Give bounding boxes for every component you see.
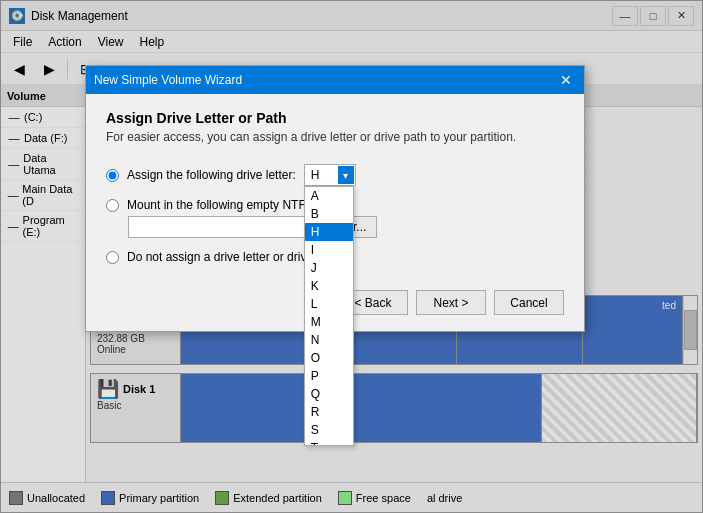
- cancel-button[interactable]: Cancel: [494, 290, 564, 315]
- close-button[interactable]: ✕: [668, 6, 694, 26]
- window-title: Disk Management: [31, 9, 612, 23]
- disk-1-label: 💾 Disk 1 Basic: [91, 374, 181, 442]
- label-assign-letter[interactable]: Assign the following drive letter:: [127, 168, 296, 182]
- maximize-button[interactable]: □: [640, 6, 666, 26]
- volume-item-c[interactable]: — (C:): [1, 107, 85, 128]
- menu-action[interactable]: Action: [40, 33, 89, 51]
- back-button[interactable]: ◀: [5, 57, 33, 81]
- disk-1-row: 💾 Disk 1 Basic: [90, 373, 698, 443]
- drive-option-L[interactable]: L: [305, 295, 353, 313]
- drive-icon-main: —: [7, 188, 19, 202]
- legend-extended: Extended partition: [215, 491, 322, 505]
- drive-option-H[interactable]: H: [305, 223, 353, 241]
- drive-icon-utama: —: [7, 157, 20, 171]
- drive-letter-value: H: [305, 168, 355, 182]
- legend-primary: Primary partition: [101, 491, 199, 505]
- drive-letter-container: H ▾ A B H I J K L: [304, 164, 356, 186]
- minimize-button[interactable]: —: [612, 6, 638, 26]
- volume-item-prog[interactable]: — Program (E:): [1, 211, 85, 242]
- drive-option-A[interactable]: A: [305, 187, 353, 205]
- drive-icon-prog: —: [7, 219, 20, 233]
- drive-icon-f: —: [7, 131, 21, 145]
- drive-letter-display[interactable]: H ▾: [304, 164, 356, 186]
- disk-0-scrollbar[interactable]: [683, 296, 697, 364]
- menu-help[interactable]: Help: [132, 33, 173, 51]
- disk-0-seg-2[interactable]: ted: [583, 296, 683, 364]
- drive-option-N[interactable]: N: [305, 331, 353, 349]
- drive-option-T[interactable]: T: [305, 439, 353, 446]
- disk-0-size: 232.88 GB: [97, 333, 174, 344]
- volume-label-prog: Program (E:): [23, 214, 79, 238]
- drive-option-Q[interactable]: Q: [305, 385, 353, 403]
- dialog-section-title: Assign Drive Letter or Path: [106, 110, 564, 126]
- legend-additional: al drive: [427, 492, 462, 504]
- drive-letter-dropdown[interactable]: A B H I J K L M N O P Q: [304, 186, 354, 446]
- legend-box-unalloc: [9, 491, 23, 505]
- legend-label-extended: Extended partition: [233, 492, 322, 504]
- radio-assign-letter[interactable]: [106, 169, 119, 182]
- volume-label-f: Data (F:): [24, 132, 67, 144]
- status-bar: Unallocated Primary partition Extended p…: [1, 482, 702, 512]
- menu-view[interactable]: View: [90, 33, 132, 51]
- legend-label-primary: Primary partition: [119, 492, 199, 504]
- option-assign-letter: Assign the following drive letter: H ▾ A…: [106, 164, 564, 186]
- drive-option-I[interactable]: I: [305, 241, 353, 259]
- legend-box-extended: [215, 491, 229, 505]
- disk-1-seg-1[interactable]: [542, 374, 697, 442]
- next-button[interactable]: Next >: [416, 290, 486, 315]
- legend-label-unalloc: Unallocated: [27, 492, 85, 504]
- disk-1-bar: [181, 374, 697, 442]
- forward-button[interactable]: ▶: [35, 57, 63, 81]
- volume-label-utama: Data Utama: [23, 152, 79, 176]
- folder-path-input[interactable]: [128, 216, 328, 238]
- disk-1-type: Basic: [97, 400, 174, 411]
- title-bar: 💽 Disk Management — □ ✕: [1, 1, 702, 31]
- menu-file[interactable]: File: [5, 33, 40, 51]
- new-simple-volume-dialog: New Simple Volume Wizard ✕ Assign Drive …: [85, 65, 585, 332]
- dialog-title-bar: New Simple Volume Wizard ✕: [86, 66, 584, 94]
- menu-bar: File Action View Help: [1, 31, 702, 53]
- volume-item-main[interactable]: — Main Data (D: [1, 180, 85, 211]
- volume-item-f[interactable]: — Data (F:): [1, 128, 85, 149]
- legend-box-free: [338, 491, 352, 505]
- volume-label-main: Main Data (D: [22, 183, 79, 207]
- disk-1-name: Disk 1: [123, 383, 155, 395]
- legend-free: Free space: [338, 491, 411, 505]
- volume-panel: Volume — (C:) — Data (F:) — Data Utama —…: [1, 85, 86, 482]
- drive-icon-c: —: [7, 110, 21, 124]
- disk-0-scrollbar-thumb: [684, 310, 697, 350]
- volume-header: Volume: [1, 85, 85, 107]
- window-controls: — □ ✕: [612, 6, 694, 26]
- drive-option-O[interactable]: O: [305, 349, 353, 367]
- dialog-title: New Simple Volume Wizard: [94, 73, 242, 87]
- drive-option-R[interactable]: R: [305, 403, 353, 421]
- dialog-content: Assign Drive Letter or Path For easier a…: [86, 94, 584, 280]
- radio-group: Assign the following drive letter: H ▾ A…: [106, 164, 564, 264]
- disk-1-seg-0[interactable]: [181, 374, 542, 442]
- legend-unalloc: Unallocated: [9, 491, 85, 505]
- dialog-section-desc: For easier access, you can assign a driv…: [106, 130, 564, 144]
- drive-option-S[interactable]: S: [305, 421, 353, 439]
- volume-item-utama[interactable]: — Data Utama: [1, 149, 85, 180]
- toolbar-divider: [67, 59, 68, 79]
- disk-0-status: Online: [97, 344, 174, 355]
- volume-label-c: (C:): [24, 111, 42, 123]
- drive-option-M[interactable]: M: [305, 313, 353, 331]
- dialog-close-button[interactable]: ✕: [556, 70, 576, 90]
- app-icon: 💽: [9, 8, 25, 24]
- radio-mount-folder[interactable]: [106, 199, 119, 212]
- drive-option-B[interactable]: B: [305, 205, 353, 223]
- drive-option-J[interactable]: J: [305, 259, 353, 277]
- legend-label-free: Free space: [356, 492, 411, 504]
- drive-option-K[interactable]: K: [305, 277, 353, 295]
- radio-no-assign[interactable]: [106, 251, 119, 264]
- legend-box-primary: [101, 491, 115, 505]
- drive-option-P[interactable]: P: [305, 367, 353, 385]
- radio-row-assign: Assign the following drive letter: H ▾ A…: [106, 164, 564, 186]
- disk-0-seg-2-label: ted: [662, 300, 676, 311]
